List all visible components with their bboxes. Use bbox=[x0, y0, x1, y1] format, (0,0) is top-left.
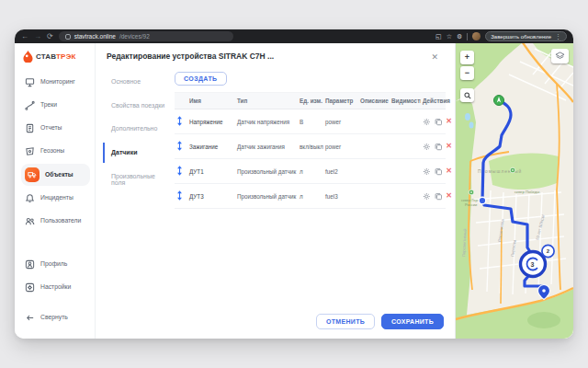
sensors-table: Имя Тип Ед. изм. Параметр Описание Видим… bbox=[175, 92, 446, 209]
profile-avatar[interactable] bbox=[472, 32, 481, 40]
sidebar-item-users[interactable]: Пользователи bbox=[21, 211, 90, 232]
geozones-icon bbox=[25, 146, 35, 156]
map-search-button[interactable] bbox=[460, 88, 474, 102]
back-icon[interactable]: ← bbox=[21, 33, 28, 40]
tab-sensors[interactable]: Датчики bbox=[103, 143, 167, 163]
sidebar-item-tracks[interactable]: Треки bbox=[21, 95, 90, 116]
incidents-bell-icon bbox=[25, 193, 35, 203]
reload-icon[interactable]: ⟳ bbox=[47, 33, 53, 40]
app-logo: СТАВТРЭК bbox=[21, 50, 90, 72]
address-bar[interactable]: stavtrack.online/devices/92 bbox=[59, 31, 233, 41]
settings-gear-icon bbox=[25, 282, 35, 293]
users-icon bbox=[25, 216, 35, 226]
site-settings-icon[interactable] bbox=[65, 34, 71, 40]
sidebar-item-objects[interactable]: Объекты bbox=[21, 164, 90, 186]
drag-handle-icon[interactable] bbox=[176, 141, 183, 151]
sidebar-item-monitoring[interactable]: Мониторинг bbox=[21, 72, 90, 93]
finish-update-button[interactable]: Завершить обновление ⋮ bbox=[485, 31, 567, 41]
row-copy-icon[interactable] bbox=[435, 167, 443, 176]
finish-update-label: Завершить обновление bbox=[491, 34, 551, 40]
logo-text: СТАВТРЭК bbox=[36, 52, 76, 61]
tab-additional[interactable]: Дополнительно bbox=[103, 119, 167, 139]
drag-handle-icon[interactable] bbox=[176, 116, 183, 126]
toolbar-divider bbox=[467, 33, 468, 40]
route-start-marker[interactable] bbox=[494, 96, 504, 106]
bookmark-star-icon[interactable]: ☆ bbox=[447, 33, 452, 40]
row-settings-gear-icon[interactable] bbox=[423, 167, 431, 176]
table-row: ДУТ3 Произвольный датчик л fuel3 ✕ bbox=[175, 184, 446, 209]
sidebar-item-settings[interactable]: Настройки bbox=[21, 277, 90, 298]
table-row: ДУТ1 Произвольный датчик л fuel2 ✕ bbox=[175, 159, 446, 184]
objects-icon bbox=[25, 167, 40, 182]
row-copy-icon[interactable] bbox=[435, 143, 443, 151]
svg-text:России: России bbox=[465, 202, 477, 207]
route-waypoint-marker[interactable] bbox=[479, 197, 486, 204]
map-label-park: сквер Победы bbox=[514, 190, 539, 194]
row-delete-icon[interactable]: ✕ bbox=[446, 143, 452, 150]
profile-icon bbox=[25, 259, 35, 270]
drag-handle-icon[interactable] bbox=[176, 166, 183, 176]
modal-title: Редактирование устройства SITRAK C7H ... bbox=[107, 52, 274, 61]
edit-device-modal: Редактирование устройства SITRAK C7H ...… bbox=[96, 43, 456, 339]
url-host: stavtrack.online bbox=[74, 33, 116, 40]
reports-icon bbox=[25, 123, 35, 133]
row-settings-gear-icon[interactable] bbox=[423, 118, 431, 126]
sidebar-item-incidents[interactable]: Инциденты bbox=[21, 188, 90, 209]
close-icon[interactable]: ✕ bbox=[431, 53, 438, 62]
table-header-row: Имя Тип Ед. изм. Параметр Описание Видим… bbox=[175, 92, 446, 109]
row-settings-gear-icon[interactable] bbox=[423, 192, 431, 201]
table-row: Зажигание Датчик зажигания вкл/выкл powe… bbox=[175, 134, 446, 159]
sidebar-item-profile[interactable]: Профиль bbox=[21, 254, 90, 275]
row-delete-icon[interactable]: ✕ bbox=[446, 192, 452, 200]
tracks-icon bbox=[25, 100, 35, 110]
map-panel[interactable]: Промышленный сквер Победы сквер Героев Р… bbox=[456, 43, 573, 339]
tab-trip-properties[interactable]: Свойства поездки bbox=[103, 96, 167, 116]
sidebar-collapse-button[interactable]: Свернуть bbox=[21, 307, 90, 328]
extensions-icon[interactable]: ⚙ bbox=[457, 33, 462, 40]
save-button[interactable]: СОХРАНИТЬ bbox=[381, 314, 444, 329]
cluster-count: 3 bbox=[531, 261, 535, 268]
zoom-in-button[interactable]: + bbox=[460, 51, 474, 64]
tab-custom-fields[interactable]: Произвольные поля bbox=[103, 167, 167, 193]
layers-icon bbox=[555, 52, 565, 61]
row-delete-icon[interactable]: ✕ bbox=[446, 167, 452, 175]
kebab-menu-icon[interactable]: ⋮ bbox=[555, 33, 561, 40]
search-icon bbox=[464, 92, 471, 99]
forward-icon[interactable]: → bbox=[34, 33, 41, 40]
cluster-badge[interactable]: 2 bbox=[542, 245, 554, 257]
row-copy-icon[interactable] bbox=[435, 192, 443, 201]
tab-main[interactable]: Основное bbox=[103, 72, 167, 92]
modal-tabs: Основное Свойства поездки Дополнительно … bbox=[103, 72, 167, 331]
map-layers-button[interactable] bbox=[551, 49, 569, 63]
drag-handle-icon[interactable] bbox=[176, 190, 183, 201]
create-button[interactable]: СОЗДАТЬ bbox=[175, 72, 227, 86]
row-delete-icon[interactable]: ✕ bbox=[446, 118, 452, 125]
browser-window: ← → ⟳ stavtrack.online/devices/92 ◱ ☆ ⚙ … bbox=[15, 29, 573, 339]
browser-toolbar: ← → ⟳ stavtrack.online/devices/92 ◱ ☆ ⚙ … bbox=[15, 29, 573, 43]
logo-flame-icon bbox=[23, 51, 33, 63]
sidebar: СТАВТРЭК Мониторинг Треки Отчеты bbox=[15, 43, 96, 339]
sidebar-item-geozones[interactable]: Геозоны bbox=[21, 141, 90, 162]
page-info-icon[interactable]: ◱ bbox=[435, 33, 442, 40]
row-settings-gear-icon[interactable] bbox=[423, 143, 431, 151]
url-path: /devices/92 bbox=[119, 33, 150, 40]
cancel-button[interactable]: ОТМЕНИТЬ bbox=[316, 314, 375, 329]
collapse-arrow-icon bbox=[25, 313, 35, 323]
cluster-marker[interactable]: 3 bbox=[521, 252, 546, 277]
zoom-out-button[interactable]: − bbox=[460, 66, 474, 80]
row-copy-icon[interactable] bbox=[435, 118, 443, 126]
table-row: Напряжение Датчик напряжения В power ✕ bbox=[175, 109, 446, 134]
sidebar-item-reports[interactable]: Отчеты bbox=[21, 118, 90, 139]
monitor-icon bbox=[25, 77, 35, 87]
